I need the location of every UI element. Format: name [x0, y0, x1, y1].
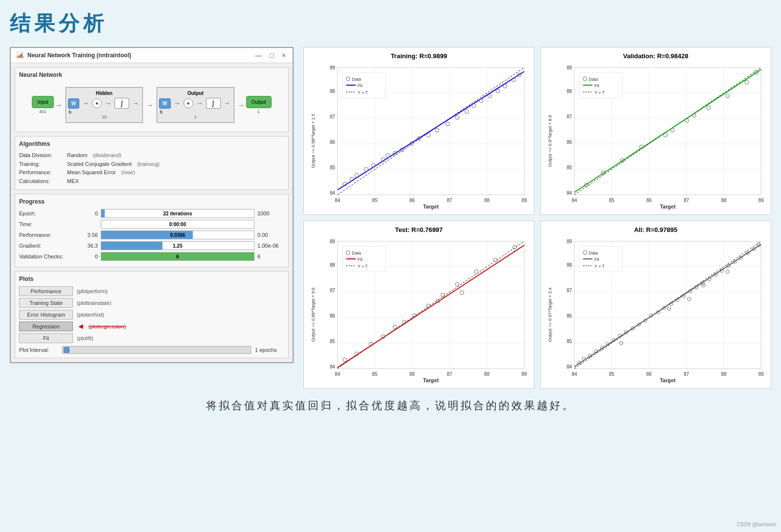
fit-button[interactable]: Fit: [19, 333, 73, 343]
svg-text:89: 89: [567, 239, 572, 244]
hidden-sigmoid: ∫: [115, 98, 129, 109]
algo-value-1: Scaled Conjugate Gradient: [67, 160, 132, 169]
svg-text:87: 87: [447, 371, 452, 377]
hidden-contents: W → + → ∫ →: [68, 98, 140, 109]
plot-row-training-state: Training State (plottrainstate): [19, 298, 284, 308]
algo-label-1: Training:: [19, 160, 63, 169]
svg-text:89: 89: [330, 239, 335, 244]
performance-button[interactable]: Performance: [19, 286, 73, 296]
chart-training-title: Training: R=0.9899: [309, 52, 529, 60]
svg-text:88: 88: [567, 262, 572, 268]
grad-fill: [101, 242, 162, 250]
plot-interval-val: 1 epochs: [255, 347, 284, 353]
arrow2: →: [145, 101, 155, 109]
hidden-plus: +: [92, 98, 102, 108]
plot-row-fit: Fit (plotfit): [19, 333, 284, 343]
time-label: Time:: [19, 221, 78, 227]
svg-text:Data: Data: [352, 251, 361, 255]
input-label: Input: [37, 99, 48, 105]
epoch-right: 1000: [257, 210, 284, 216]
svg-text:85: 85: [567, 165, 572, 170]
svg-text:89: 89: [522, 198, 527, 203]
time-bar: 0:00:00: [101, 220, 254, 229]
svg-text:89: 89: [567, 65, 572, 70]
close-button[interactable]: ×: [280, 51, 288, 59]
svg-text:87: 87: [330, 114, 335, 119]
arrow3: →: [236, 101, 246, 109]
progress-row-perf: Performance: 3.56 0.0366 0.00: [19, 231, 284, 239]
progress-row-val: Validation Checks: 0 6 6: [19, 252, 284, 261]
svg-text:88: 88: [484, 371, 489, 377]
nn-titlebar-controls[interactable]: — □ ×: [253, 51, 288, 59]
error-histogram-button[interactable]: Error Histogram: [19, 310, 73, 320]
output-layer-label: Output: [159, 91, 231, 96]
svg-text:87: 87: [567, 114, 572, 119]
grad-label: Gradient:: [19, 243, 78, 249]
input-num: 401: [39, 109, 46, 114]
algo-label-2: Performance:: [19, 168, 63, 177]
output-b-label: b: [160, 110, 231, 115]
grad-left: 36.3: [81, 243, 98, 249]
svg-text:Y = T: Y = T: [595, 264, 605, 269]
algo-sub-2: (mse): [120, 168, 135, 177]
svg-text:86: 86: [410, 371, 415, 377]
grad-right: 1.00e-06: [257, 243, 284, 249]
minimize-button[interactable]: —: [253, 51, 264, 59]
val-right: 6: [257, 254, 284, 259]
svg-text:Target: Target: [423, 204, 438, 209]
perf-left: 3.56: [81, 232, 98, 238]
epoch-fill: [101, 209, 105, 217]
progress-title: Progress: [19, 198, 284, 205]
svg-text:Output ~= 0.97*Target + 2.4: Output ~= 0.97*Target + 2.4: [548, 287, 552, 342]
training-state-button[interactable]: Training State: [19, 298, 73, 308]
regression-plot-label: (plotregression): [89, 324, 126, 329]
progress-row-time: Time: 0:00:00: [19, 220, 284, 229]
progress-row-epoch: Epoch: 0 22 iterations 1000: [19, 209, 284, 218]
hidden-label: Hidden: [68, 91, 140, 96]
svg-text:Fit: Fit: [358, 257, 363, 262]
chart-validation-inner: 84 85 86 87 88 89 84 85 86 87 88 89 Targ…: [546, 63, 766, 209]
training-state-plot-label: (plottrainstate): [77, 300, 111, 306]
bottom-text: 将拟合值对真实值回归，拟合优度越高，说明拟合的的效果越好。: [10, 398, 771, 413]
algorithms-section: Algorithms Data Division: Random (divide…: [15, 136, 289, 190]
epoch-bar: 22 iterations: [101, 209, 254, 218]
svg-text:85: 85: [567, 339, 572, 344]
svg-text:Target: Target: [660, 204, 675, 209]
svg-text:89: 89: [758, 371, 764, 377]
svg-text:86: 86: [410, 198, 415, 203]
regression-arrow-icon: ◄: [77, 322, 85, 331]
svg-text:87: 87: [684, 371, 689, 377]
svg-text:89: 89: [330, 65, 335, 70]
perf-bar: 0.0366: [101, 231, 254, 239]
algorithms-table: Data Division: Random (dividerand) Train…: [19, 151, 284, 185]
chart-test-title: Test: R=0.76997: [309, 226, 529, 233]
svg-text:85: 85: [609, 371, 615, 377]
chart-all: All: R=0.97895: [540, 221, 771, 389]
svg-text:85: 85: [330, 165, 335, 170]
algo-row-1: Training: Scaled Conjugate Gradient (tra…: [19, 160, 284, 169]
chart-training-inner: 84 85 86 87 88 89 84 85 86 87 88 89 Targ…: [309, 63, 529, 209]
output-w-box: W: [159, 98, 170, 109]
svg-text:89: 89: [522, 371, 527, 377]
epoch-bar-text: 22 iterations: [163, 211, 192, 216]
plot-interval-label: Plot Interval:: [19, 347, 58, 353]
svg-text:86: 86: [330, 139, 335, 145]
grad-bar-text: 1.25: [173, 243, 182, 249]
maximize-button[interactable]: □: [268, 51, 276, 59]
svg-text:84: 84: [567, 364, 572, 370]
nn-titlebar: Neural Network Training (nntraintool) — …: [11, 48, 293, 63]
svg-text:Output ~= 0.98*Target + 1.5: Output ~= 0.98*Target + 1.5: [311, 114, 316, 168]
output-arrow1: →: [172, 99, 182, 107]
plot-interval-slider[interactable]: [62, 346, 251, 354]
hidden-b-label: b: [69, 110, 140, 115]
slider-thumb: [64, 347, 69, 353]
progress-section: Progress Epoch: 0 22 iterations 1000 Tim…: [15, 194, 289, 267]
svg-text:84: 84: [330, 364, 335, 370]
output-sigmoid: ∫: [206, 98, 221, 109]
output-final-num: 1: [257, 109, 260, 114]
svg-text:87: 87: [330, 288, 335, 293]
watermark: CSDN @bamoom: [737, 522, 776, 527]
regression-button[interactable]: Regression: [19, 322, 73, 331]
svg-text:Output ~= 0.9*Target + 8.8: Output ~= 0.9*Target + 8.8: [548, 115, 552, 167]
svg-text:Y = T: Y = T: [595, 90, 605, 95]
